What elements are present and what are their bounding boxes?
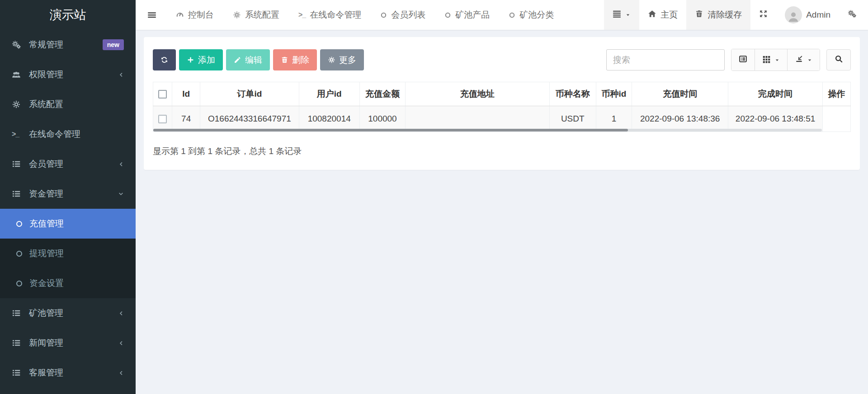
sidebar-item-label: 资金管理 [29, 188, 118, 200]
view-button-group [731, 49, 820, 71]
cell-完成时间: 2022-09-06 13:48:51 [728, 106, 822, 132]
topnav-tabs: 控制台系统配置>_在线命令管理会员列表矿池产品矿池分类 [166, 0, 563, 30]
sidebar-item: 新闻管理 [0, 328, 136, 358]
topnav-tab-1[interactable]: 系统配置 [223, 0, 289, 30]
list-icon [12, 189, 24, 198]
column-header-1[interactable]: Id [172, 82, 200, 106]
hamburger-icon[interactable] [136, 10, 166, 19]
export-dropdown-button[interactable] [788, 49, 820, 70]
horizontal-scrollbar[interactable] [153, 129, 822, 131]
edit-button[interactable]: 编辑 [226, 49, 270, 70]
sidebar-item: 系统配置 [0, 89, 136, 119]
column-header-5[interactable]: 充值地址 [406, 82, 550, 106]
column-header-9[interactable]: 完成时间 [728, 82, 822, 106]
sidebar-item-4[interactable]: 会员管理 [0, 149, 136, 179]
cell-用户id: 100820014 [299, 106, 359, 132]
pagination-summary: 显示第 1 到第 1 条记录，总共 1 条记录 [153, 145, 851, 157]
column-header-4[interactable]: 充值金额 [359, 82, 405, 106]
circle-icon [16, 281, 22, 286]
sidebar-item-8[interactable]: 客服管理 [0, 358, 136, 388]
table-header-row: Id订单id用户id充值金额充值地址币种名称币种id充值时间完成时间操作 [153, 82, 851, 106]
sidebar-item-label: 常规管理 [29, 39, 103, 51]
export-icon [795, 55, 803, 66]
search-button[interactable] [826, 49, 851, 70]
username: Admin [806, 10, 830, 20]
th-grid-icon [762, 55, 771, 66]
caret-down-icon [807, 57, 812, 63]
trash-icon [695, 9, 703, 20]
topnav-tab-label: 在线命令管理 [310, 9, 361, 21]
add-button[interactable]: 添加 [179, 49, 223, 70]
columns-dropdown-button[interactable] [755, 49, 788, 70]
list-menu-icon [613, 9, 621, 20]
column-header-6[interactable]: 币种名称 [549, 82, 596, 106]
topnav-tab-4[interactable]: 矿池产品 [435, 0, 499, 30]
sidebar-item-7[interactable]: 新闻管理 [0, 328, 136, 358]
select-all-checkbox[interactable] [158, 90, 167, 98]
list-alt-icon [739, 55, 747, 66]
sidebar-item-1[interactable]: 权限管理 [0, 60, 136, 89]
cell-充值金额: 100000 [359, 106, 405, 132]
cell-充值时间: 2022-09-06 13:48:36 [632, 106, 728, 132]
fullscreen-button[interactable] [750, 0, 776, 30]
sidebar-item-5[interactable]: 资金管理 [0, 179, 136, 209]
column-header-8[interactable]: 充值时间 [632, 82, 728, 106]
column-header-7[interactable]: 币种id [596, 82, 632, 106]
delete-button[interactable]: 删除 [273, 49, 317, 70]
scrollbar-thumb[interactable] [153, 129, 628, 131]
sidebar-submenu: 充值管理提现管理资金设置 [0, 209, 136, 298]
home-icon [648, 9, 656, 20]
column-header-2[interactable]: 订单id [200, 82, 299, 106]
sidebar-item: 权限管理 [0, 60, 136, 89]
list-icon [12, 338, 24, 347]
column-header-3[interactable]: 用户id [299, 82, 359, 106]
row-checkbox[interactable] [158, 115, 167, 123]
sidebar-subitem-0[interactable]: 充值管理 [0, 209, 136, 239]
search-input[interactable] [606, 49, 725, 70]
sidebar-subitem-2[interactable]: 资金设置 [0, 268, 136, 298]
tabs-menu-dropdown[interactable] [604, 0, 639, 30]
sidebar-subitem-label: 充值管理 [29, 218, 64, 230]
refresh-button[interactable] [153, 49, 176, 70]
cell-订单id: O1662443316647971 [200, 106, 299, 132]
clear-cache-button[interactable]: 清除缓存 [686, 0, 750, 30]
terminal-icon: >_ [12, 130, 24, 138]
sidebar-item-6[interactable]: 矿池管理 [0, 298, 136, 328]
settings-menu[interactable] [839, 0, 868, 30]
expand-icon [759, 9, 768, 20]
detail-view-button[interactable] [731, 49, 755, 70]
gear-icon [328, 56, 335, 64]
sidebar-subitem-label: 提现管理 [29, 248, 64, 259]
sidebar-subitem-1[interactable]: 提现管理 [0, 239, 136, 268]
column-header-10[interactable]: 操作 [822, 82, 850, 106]
topnav-tab-0[interactable]: 控制台 [166, 0, 223, 30]
sidebar-item-3[interactable]: >_在线命令管理 [0, 119, 136, 149]
topnav-tab-2[interactable]: >_在线命令管理 [289, 0, 371, 30]
home-link[interactable]: 主页 [639, 0, 686, 30]
cell-币种名称: USDT [549, 106, 596, 132]
sidebar-item-0[interactable]: 常规管理new [0, 30, 136, 60]
user-menu[interactable]: Admin [776, 0, 839, 30]
topnav-tab-3[interactable]: 会员列表 [371, 0, 435, 30]
sidebar-item: 资金管理充值管理提现管理资金设置 [0, 179, 136, 298]
list-icon [12, 309, 24, 318]
circle-icon [380, 12, 387, 19]
chevron-left-icon [118, 310, 124, 316]
cell-币种id: 1 [596, 106, 632, 132]
main-area: 控制台系统配置>_在线命令管理会员列表矿池产品矿池分类 主页 清除缓存 [136, 0, 868, 394]
topnav-tab-label: 控制台 [188, 9, 214, 21]
sidebar-item-2[interactable]: 系统配置 [0, 89, 136, 119]
recharge-panel: 添加编辑删除更多 [144, 37, 860, 170]
users-icon [12, 70, 24, 79]
chevron-left-icon [118, 340, 124, 346]
more-button[interactable]: 更多 [320, 49, 364, 70]
caret-down-icon [774, 57, 780, 63]
cell-Id: 74 [172, 106, 200, 132]
toolbar-right [606, 49, 851, 71]
table-row[interactable]: 74O1662443316647971100820014100000USDT12… [153, 106, 851, 132]
sidebar-item-label: 在线命令管理 [29, 128, 124, 140]
topnav-tab-5[interactable]: 矿池分类 [499, 0, 563, 30]
sidebar-item-label: 客服管理 [29, 367, 118, 379]
top-navbar: 控制台系统配置>_在线命令管理会员列表矿池产品矿池分类 主页 清除缓存 [136, 0, 868, 30]
select-all-header[interactable] [153, 82, 172, 106]
